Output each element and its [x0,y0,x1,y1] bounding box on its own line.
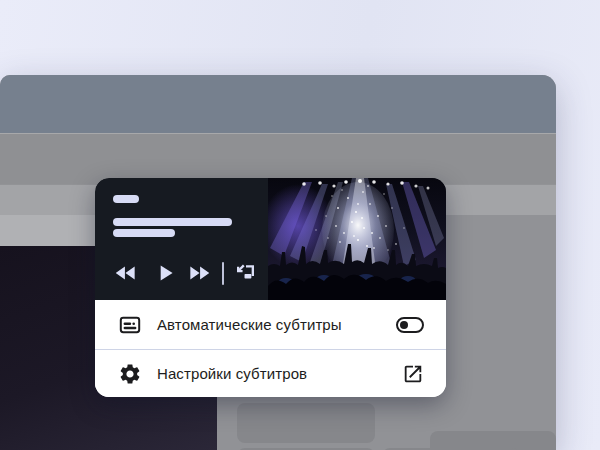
media-controls-popup: Автоматические субтитры Настройки субтит… [95,178,446,397]
album-art-concert-photo [268,178,446,300]
toggle-knob [400,321,408,329]
titlebar [0,75,556,133]
metadata-placeholder-bar [113,195,139,203]
menu-row-live-caption[interactable]: Автоматические субтитры [95,300,446,349]
settings-gear-icon [118,362,142,386]
browser-toolbar [0,133,556,184]
menu-label-live-caption: Автоматические субтитры [157,316,396,333]
menu-row-caption-settings[interactable]: Настройки субтитров [95,349,446,397]
media-player-card [95,178,446,300]
picture-in-picture-button[interactable] [234,262,256,284]
menu-label-caption-settings: Настройки субтитров [157,365,402,382]
media-metadata [95,178,268,300]
previous-track-button[interactable] [113,260,139,286]
page-skeleton-card [237,403,375,443]
controls-divider [222,262,224,285]
metadata-placeholder-bar [113,229,175,237]
metadata-placeholder-bar [113,218,232,226]
live-caption-icon [118,313,142,337]
next-track-button[interactable] [186,260,212,286]
live-caption-toggle[interactable] [396,317,424,333]
play-button[interactable] [152,260,178,286]
open-in-new-icon[interactable] [402,363,424,385]
